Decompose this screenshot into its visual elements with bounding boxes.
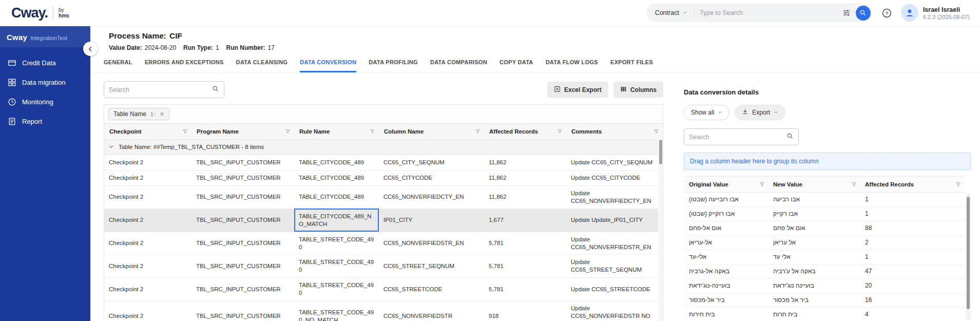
filter-icon[interactable] bbox=[955, 182, 961, 187]
details-row[interactable]: ביר אל-מכסורביר אל מכסור16 bbox=[684, 293, 964, 308]
details-row[interactable]: אל-עריאןאל עריאן2 bbox=[684, 236, 964, 250]
tab-general[interactable]: GENERAL bbox=[104, 59, 132, 72]
group-row[interactable]: Table Name: ##Temp_TBL_STA_CUSTOMER - 8 … bbox=[104, 140, 663, 155]
column-header-affected-records[interactable]: Affected Records bbox=[860, 177, 964, 193]
tab-copy-data[interactable]: COPY DATA bbox=[499, 59, 533, 72]
filter-icon[interactable] bbox=[557, 129, 563, 135]
rule-name-cell: TABLE_STREET_CODE_490 bbox=[294, 232, 379, 255]
logo-divider bbox=[53, 6, 53, 20]
group-chip-table-name[interactable]: Table Name 1↑ × bbox=[108, 108, 169, 120]
comments-cell: Update CC65_NONVERFIEDSTR NO MATCH bbox=[566, 301, 663, 321]
affected-records-cell: 11,862 bbox=[484, 155, 566, 170]
details-row[interactable]: אבו רוקייק (שבטו)אבו רקייק1 bbox=[684, 207, 964, 221]
column-header-comments[interactable]: Comments bbox=[566, 124, 663, 140]
chevron-down-icon bbox=[683, 9, 687, 16]
details-row[interactable]: אום אל-פחםאום אל פחם88 bbox=[684, 221, 964, 236]
grid-search-input[interactable] bbox=[109, 86, 212, 93]
back-button[interactable] bbox=[83, 42, 98, 56]
close-icon[interactable]: × bbox=[160, 110, 164, 118]
chevron-down-icon[interactable] bbox=[108, 144, 114, 149]
page-title: Process Name: CIF bbox=[109, 31, 980, 41]
show-all-dropdown[interactable]: Show all bbox=[684, 105, 729, 120]
column-header-column-name[interactable]: Column Name bbox=[379, 124, 484, 140]
affected-records-cell: 88 bbox=[860, 221, 964, 236]
details-row[interactable]: בית חירותבית חרות4 bbox=[684, 308, 964, 320]
sidebar-item-label: Credit Data bbox=[22, 59, 56, 67]
affected-records-cell: 918 bbox=[484, 301, 566, 321]
main: Process Name: CIF Value Date: 2024-08-20… bbox=[90, 26, 980, 321]
column-header-affected-records[interactable]: Affected Records bbox=[484, 124, 566, 140]
table-row[interactable]: Checkpoint 2TBL_SRC_INPUT_CUSTOMERTABLE_… bbox=[104, 255, 663, 278]
filter-icon[interactable] bbox=[759, 182, 765, 187]
tab-export-files[interactable]: EXPORT FILES bbox=[610, 59, 653, 72]
scrollbar-thumb[interactable] bbox=[967, 197, 970, 309]
affected-records-cell: 1 bbox=[860, 193, 964, 207]
search-filter-icon[interactable] bbox=[837, 9, 856, 17]
sidebar-item-label: Monitoring bbox=[22, 98, 53, 106]
original-value-cell: אום אל-פחם bbox=[684, 221, 768, 236]
table-row[interactable]: Checkpoint 2TBL_SRC_INPUT_CUSTOMERTABLE_… bbox=[104, 301, 663, 321]
tab-data-flow-logs[interactable]: DATA FLOW LOGS bbox=[546, 59, 598, 72]
excel-export-button[interactable]: Excel Export bbox=[547, 82, 608, 98]
global-search-input[interactable] bbox=[700, 9, 837, 16]
avatar[interactable] bbox=[901, 4, 918, 22]
group-drop-zone[interactable]: Drag a column header here to group its c… bbox=[684, 153, 971, 170]
filter-icon[interactable] bbox=[182, 129, 188, 135]
tab-data-comparison[interactable]: DATA COMPARISON bbox=[430, 59, 487, 72]
help-icon[interactable]: ? bbox=[881, 8, 892, 18]
table-row[interactable]: Checkpoint 2TBL_SRC_INPUT_CUSTOMERTABLE_… bbox=[104, 185, 663, 209]
logo-byline: by hms bbox=[59, 7, 69, 19]
logo-text: Cway. bbox=[11, 5, 48, 21]
details-search-input[interactable] bbox=[689, 134, 786, 141]
filter-icon[interactable] bbox=[654, 129, 659, 135]
sidebar-item-monitoring[interactable]: Monitoring bbox=[0, 92, 90, 111]
columns-button[interactable]: Columns bbox=[613, 82, 663, 98]
tab-data-cleansing[interactable]: DATA CLEANSING bbox=[236, 59, 288, 72]
search-icon[interactable] bbox=[786, 133, 794, 142]
filter-icon[interactable] bbox=[285, 129, 291, 135]
original-value-cell: אבו רוקייק (שבטו) bbox=[684, 207, 768, 221]
checkpoint-cell: Checkpoint 2 bbox=[104, 209, 191, 232]
new-value-cell: אבו רקייק bbox=[768, 207, 860, 221]
column-header-checkpoint[interactable]: Checkpoint bbox=[104, 124, 191, 140]
details-row[interactable]: באקה אל-גרביהבאקה אל ע'רביה47 bbox=[684, 265, 964, 279]
details-grid: Original Value New Value Affected Record… bbox=[684, 176, 971, 319]
tab-errors-and-exceptions[interactable]: ERRORS AND EXCEPTIONS bbox=[145, 59, 224, 72]
sidebar-item-data-migration[interactable]: Data migration bbox=[0, 72, 90, 92]
table-row[interactable]: Checkpoint 2TBL_SRC_INPUT_CUSTOMERTABLE_… bbox=[104, 232, 663, 255]
scrollbar[interactable] bbox=[658, 138, 663, 321]
context-selector[interactable]: Contract bbox=[646, 4, 694, 22]
content: Excel Export Columns Table Name 1↑ × bbox=[90, 73, 980, 321]
sidebar-menu: Credit DataData migrationMonitoringRepor… bbox=[0, 47, 90, 131]
details-row[interactable]: אבו רובייעה (שבטו)אבו רביעה1 bbox=[684, 193, 964, 207]
export-dropdown[interactable]: Export bbox=[735, 105, 785, 120]
table-row[interactable]: Checkpoint 2TBL_SRC_INPUT_CUSTOMERTABLE_… bbox=[104, 170, 663, 185]
search-button[interactable] bbox=[856, 6, 871, 21]
column-name-cell: IP01_CITY bbox=[379, 209, 484, 232]
column-header-original-value[interactable]: Original Value bbox=[684, 177, 768, 193]
affected-records-cell: 4 bbox=[860, 308, 964, 320]
tab-data-profiling[interactable]: DATA PROFILING bbox=[369, 59, 418, 72]
column-header-rule-name[interactable]: Rule Name bbox=[294, 124, 379, 140]
details-row[interactable]: אלי-עדאלי עד1 bbox=[684, 250, 964, 265]
table-row[interactable]: Checkpoint 2TBL_SRC_INPUT_CUSTOMERTABLE_… bbox=[104, 278, 663, 301]
details-row[interactable]: בועיינה-נוג'ידאתבועיינה נוג'ידאת20 bbox=[684, 279, 964, 293]
table-row[interactable]: Checkpoint 2TBL_SRC_INPUT_CUSTOMERTABLE_… bbox=[104, 155, 663, 170]
table-row[interactable]: Checkpoint 2TBL_SRC_INPUT_CUSTOMERTABLE_… bbox=[104, 209, 663, 232]
sidebar-item-report[interactable]: Report bbox=[0, 111, 90, 131]
sidebar-item-credit-data[interactable]: Credit Data bbox=[0, 53, 90, 72]
details-header-row: Original Value New Value Affected Record… bbox=[684, 177, 964, 193]
filter-icon[interactable] bbox=[851, 182, 857, 187]
scrollbar-thumb[interactable] bbox=[659, 140, 662, 164]
column-name-cell: CC65_CITYCODE bbox=[379, 170, 484, 185]
details-table-body: אבו רובייעה (שבטו)אבו רביעה1אבו רוקייק (… bbox=[684, 193, 964, 320]
column-header-new-value[interactable]: New Value bbox=[768, 177, 860, 193]
column-header-program-name[interactable]: Program Name bbox=[191, 124, 294, 140]
scrollbar[interactable] bbox=[966, 194, 971, 319]
search-icon[interactable] bbox=[212, 85, 219, 95]
affected-records-cell: 5,781 bbox=[484, 255, 566, 278]
tab-data-conversion[interactable]: DATA CONVERSION bbox=[300, 59, 356, 72]
filter-icon[interactable] bbox=[370, 129, 375, 135]
process-header: Process Name: CIF Value Date: 2024-08-20… bbox=[90, 31, 980, 51]
filter-icon[interactable] bbox=[475, 129, 481, 135]
